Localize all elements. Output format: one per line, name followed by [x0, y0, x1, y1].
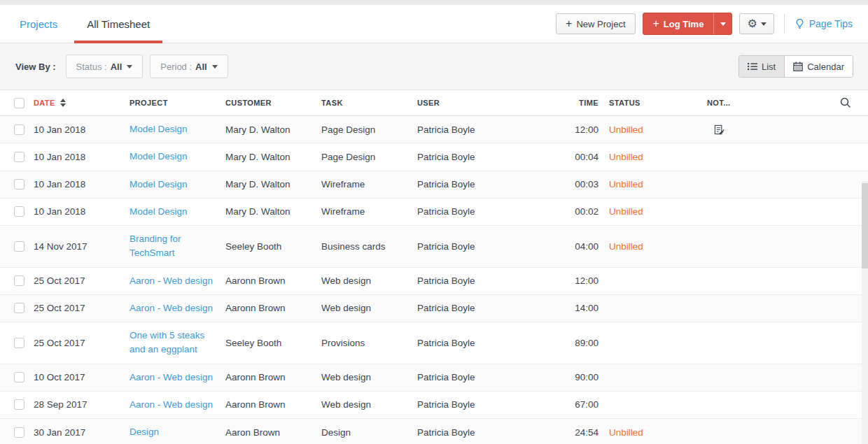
date-header-label: DATE [34, 99, 55, 107]
table-row: 10 Jan 2018 Model Design Mary D. Walton … [0, 116, 868, 143]
row-checkbox[interactable] [14, 427, 24, 438]
project-link[interactable]: Aaron - Web design [130, 372, 213, 382]
project-link[interactable]: Aaron - Web design [130, 303, 213, 313]
cell-date: 10 Oct 2017 [34, 372, 130, 382]
cell-time: 89:00 [532, 338, 598, 348]
log-time-dropdown-button[interactable] [713, 13, 732, 34]
project-link[interactable]: Aaron - Web design [130, 399, 213, 410]
cell-task: Wireframe [321, 179, 417, 189]
cell-time: 14:00 [532, 303, 598, 313]
status-badge: Unbilled [609, 206, 643, 217]
period-filter-dropdown[interactable]: Period : All [150, 55, 227, 78]
status-badge: Unbilled [609, 152, 643, 162]
settings-button[interactable]: ⚙ [739, 13, 774, 34]
project-link[interactable]: Branding for TechSmart [130, 234, 181, 258]
list-view-button[interactable]: List [739, 56, 784, 77]
plus-icon: + [566, 18, 572, 29]
row-checkbox[interactable] [14, 152, 24, 162]
column-header-time: TIME [532, 99, 598, 107]
log-time-split-button: + Log Time [643, 13, 733, 35]
top-bar: Projects All Timesheet + New Project + L… [0, 5, 868, 43]
cell-time: 90:00 [532, 372, 598, 382]
cell-date: 30 Jan 2017 [34, 427, 130, 438]
project-link[interactable]: Model Design [130, 179, 188, 189]
table-row: 28 Sep 2017 Aaron - Web design Aaronn Br… [0, 392, 868, 419]
view-toggle: List Calendar [738, 55, 853, 78]
cell-task: Web design [321, 303, 417, 313]
toolbar-divider [784, 14, 785, 34]
row-checkbox[interactable] [14, 206, 24, 217]
new-project-button[interactable]: + New Project [556, 13, 635, 34]
vertical-scrollbar[interactable] [862, 181, 868, 444]
project-link[interactable]: Model Design [130, 124, 188, 134]
filter-bar: View By : Status : All Period : All List [0, 43, 868, 90]
cell-date: 25 Oct 2017 [34, 338, 130, 348]
row-checkbox[interactable] [14, 338, 24, 348]
cell-time: 67:00 [532, 399, 598, 410]
project-link[interactable]: Model Design [130, 151, 188, 162]
cell-task: Web design [321, 372, 417, 382]
chevron-down-icon [761, 22, 766, 26]
calendar-view-label: Calendar [807, 62, 844, 72]
cell-customer: Seeley Booth [225, 338, 321, 348]
new-project-label: New Project [576, 19, 625, 29]
cell-task: Page Design [321, 152, 417, 162]
cell-customer: Seeley Booth [225, 241, 321, 252]
log-time-button[interactable]: + Log Time [643, 13, 714, 34]
table-row: 14 Nov 2017 Branding for TechSmart Seele… [0, 226, 868, 268]
status-filter-dropdown[interactable]: Status : All [66, 55, 144, 78]
cell-date: 28 Sep 2017 [34, 399, 130, 410]
row-checkbox[interactable] [14, 275, 24, 286]
tab-projects[interactable]: Projects [17, 5, 60, 43]
scrollbar-thumb[interactable] [862, 183, 868, 268]
period-filter-value: All [195, 62, 207, 72]
status-filter-value: All [111, 62, 122, 72]
cell-time: 04:00 [532, 241, 598, 252]
cell-time: 12:00 [532, 275, 598, 286]
row-checkbox[interactable] [14, 372, 24, 382]
cell-task: Page Design [321, 124, 417, 135]
column-header-date[interactable]: DATE [34, 99, 130, 107]
calendar-icon [793, 62, 803, 71]
cell-customer: Mary D. Walton [225, 124, 321, 135]
tab-bar: Projects All Timesheet [0, 5, 162, 43]
page-tips-button[interactable]: Page Tips [794, 18, 853, 29]
column-header-notes: NOT... [696, 99, 805, 107]
note-icon[interactable] [707, 124, 805, 135]
cell-user: Patricia Boyle [417, 152, 532, 162]
table-row: 10 Jan 2018 Model Design Mary D. Walton … [0, 143, 868, 171]
list-icon [748, 62, 757, 71]
project-link[interactable]: Aaron - Web design [130, 275, 213, 286]
sort-icon [60, 99, 66, 107]
project-link[interactable]: One with 5 steaks and an eggplant [130, 330, 204, 355]
tab-all-timesheet[interactable]: All Timesheet [74, 5, 162, 43]
cell-customer: Mary D. Walton [225, 152, 321, 162]
cell-task: Provisions [321, 338, 417, 348]
cell-customer: Aaronn Brown [225, 372, 321, 382]
cell-user: Patricia Boyle [417, 275, 532, 286]
project-link[interactable]: Design [130, 427, 159, 437]
row-checkbox[interactable] [14, 241, 24, 252]
search-icon[interactable] [840, 97, 851, 108]
cell-task: Web design [321, 399, 417, 410]
table-row: 10 Jan 2018 Model Design Mary D. Walton … [0, 171, 868, 199]
select-all-checkbox[interactable] [14, 98, 24, 108]
row-checkbox[interactable] [14, 399, 24, 410]
cell-date: 10 Jan 2018 [34, 206, 130, 217]
row-checkbox[interactable] [14, 124, 24, 135]
project-link[interactable]: Model Design [130, 206, 188, 217]
cell-date: 25 Oct 2017 [34, 275, 130, 286]
row-checkbox[interactable] [14, 303, 24, 313]
log-time-label: Log Time [664, 19, 704, 29]
lightbulb-icon [794, 18, 805, 29]
column-header-status: STATUS [598, 99, 696, 107]
cell-time: 00:04 [532, 152, 598, 162]
status-filter-label: Status : [76, 62, 107, 72]
calendar-view-button[interactable]: Calendar [784, 56, 853, 77]
cell-date: 14 Nov 2017 [34, 241, 130, 252]
cell-user: Patricia Boyle [417, 241, 532, 252]
cell-time: 24:54 [532, 427, 598, 438]
cell-user: Patricia Boyle [417, 206, 532, 217]
row-checkbox[interactable] [14, 179, 24, 189]
table-row: 10 Oct 2017 Aaron - Web design Aaronn Br… [0, 364, 868, 392]
